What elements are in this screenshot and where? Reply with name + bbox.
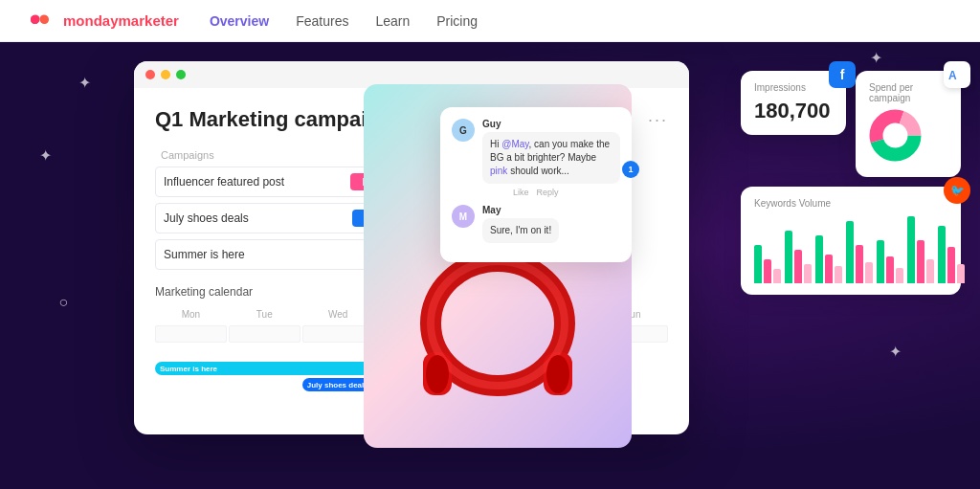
cal-cell [229,325,301,343]
logo-icon [31,11,57,31]
bar-light-7 [957,264,965,283]
bar-group-1 [754,245,781,283]
bar-light-1 [773,269,781,283]
row-label-2: July shoes deals [164,211,249,225]
spend-card: A Spend per campaign [856,71,961,177]
bar-group-7 [938,226,965,283]
nav-links: Overview Features Learn Pricing [210,13,478,29]
bar-group-2 [785,231,812,283]
impressions-value: 180,700 [754,99,833,123]
nav-learn[interactable]: Learn [375,13,410,29]
chat-bubble-1: Guy Hi @May, can you make the BG a bit b… [482,119,620,197]
browser-dot-yellow [161,70,170,79]
row-label-1: Influencer featured post [164,175,284,189]
chat-message-1: G Guy Hi @May, can you make the BG a bit… [452,119,620,197]
bar-pink-4 [856,245,863,283]
mention: @May [501,139,528,149]
avatar-guy: G [452,119,475,142]
svg-point-3 [32,14,40,23]
bar-group-3 [815,235,842,283]
chat-card: G Guy Hi @May, can you make the BG a bit… [440,107,632,262]
nav-features[interactable]: Features [296,13,348,29]
spend-title: Spend per campaign [869,82,947,103]
cal-cell [155,325,227,343]
navbar: mondaymarketer Overview Features Learn P… [0,0,980,42]
bar-pink-7 [947,247,955,283]
bar-pink-2 [794,250,802,283]
logo[interactable]: mondaymarketer [31,11,179,31]
avatar-may: M [452,205,475,228]
more-button[interactable]: ··· [648,110,668,130]
avatar-may-letter: M [459,211,467,222]
stats-area: f Impressions 180,700 A Spend per campai… [741,71,961,295]
bar-pink-5 [886,256,894,283]
cal-day-tue: Tue [229,306,301,322]
chat-bubble-2: May Sure, I'm on it! [482,205,559,243]
reply-label[interactable]: Reply [537,188,559,197]
bar-pink-1 [764,259,771,283]
nav-overview[interactable]: Overview [210,13,269,29]
bar-light-6 [926,259,934,283]
keywords-card: 🐦 Keywords Volume [741,187,961,295]
bar-group-4 [846,221,873,283]
bar-green-2 [785,231,792,283]
svg-point-4 [40,14,49,23]
bar-group-5 [877,240,903,283]
browser-dot-red [145,70,155,79]
bar-light-2 [804,264,812,283]
bar-light-4 [865,262,873,283]
logo-main: monday [63,12,119,29]
bar-green-5 [877,240,884,283]
spend-card-wrapper: A Spend per campaign [856,71,961,177]
keywords-title: Keywords Volume [754,198,947,209]
bar-green-3 [815,235,823,283]
bar-chart [754,216,947,283]
headphones-svg [392,237,603,448]
main-content: Q1 Marketing campaigns ··· Campaigns Cha… [0,42,980,489]
mention-pink: pink [490,166,507,176]
like-label[interactable]: Like [513,188,529,197]
bar-green-7 [938,226,946,283]
col-campaigns: Campaigns [161,149,214,161]
row-label-3: Summer is here [164,248,245,261]
chat-text-2: Sure, I'm on it! [482,218,559,243]
bar-light-5 [896,268,903,283]
svg-point-8 [431,261,565,386]
bar-group-6 [907,216,934,283]
bar-pink-3 [825,255,833,283]
browser-dot-green [176,70,186,79]
bar-light-3 [835,266,842,283]
pie-chart [869,109,922,162]
bar-pink-6 [917,240,924,283]
calendar-event-summer: Summer is here [155,362,374,375]
svg-point-10 [546,355,569,393]
sender1-name: Guy [482,119,620,129]
impressions-title: Impressions [754,82,833,93]
nav-pricing[interactable]: Pricing [436,13,478,29]
logo-sub: marketer [119,12,179,29]
logo-text: mondaymarketer [63,12,179,29]
chat-text-1: Hi @May, can you make the BG a bit brigh… [482,132,620,184]
sender2-name: May [482,205,559,215]
google-ads-icon: A [944,61,970,88]
stats-top-row: f Impressions 180,700 A Spend per campai… [741,71,961,177]
chat-reactions: Like Reply [513,188,620,197]
svg-text:A: A [948,69,957,82]
impressions-card: f Impressions 180,700 [741,71,846,135]
facebook-icon: f [829,61,856,88]
bar-green-1 [754,245,762,283]
keywords-icon: 🐦 [944,177,970,204]
chat-notification-badge: 1 [622,161,639,178]
avatar-guy-letter: G [459,125,467,136]
svg-point-9 [426,355,449,393]
cal-day-mon: Mon [155,306,227,322]
impressions-card-wrapper: f Impressions 180,700 [741,71,846,177]
bar-green-4 [846,221,854,283]
bar-green-6 [907,216,915,283]
chat-message-2: M May Sure, I'm on it! [452,205,620,243]
